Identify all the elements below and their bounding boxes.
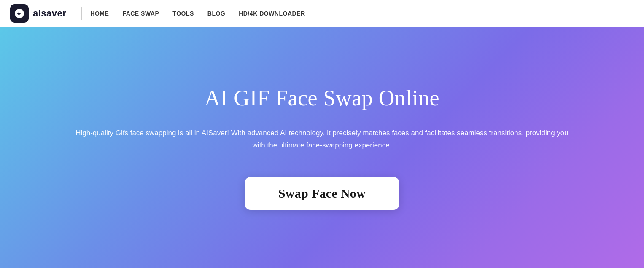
nav-item-hd-downloader[interactable]: HD/4K DOWNLOADER [239,10,305,17]
main-nav: HOME FACE SWAP TOOLS BLOG HD/4K DOWNLOAD… [90,10,305,17]
logo-text: aisaver [33,8,66,19]
header-divider [81,7,82,20]
swap-face-now-button[interactable]: Swap Face Now [245,177,399,210]
hero-section: AI GIF Face Swap Online High-quality Gif… [0,27,644,268]
logo-icon [10,4,29,23]
nav-item-tools[interactable]: TOOLS [172,10,194,17]
hero-description: High-quality Gifs face swapping is all i… [69,127,575,152]
nav-item-blog[interactable]: BLOG [207,10,225,17]
nav-item-home[interactable]: HOME [90,10,109,17]
hero-title: AI GIF Face Swap Online [205,86,439,110]
header: aisaver HOME FACE SWAP TOOLS BLOG HD/4K … [0,0,644,27]
nav-item-face-swap[interactable]: FACE SWAP [122,10,159,17]
logo-area: aisaver [10,4,66,23]
